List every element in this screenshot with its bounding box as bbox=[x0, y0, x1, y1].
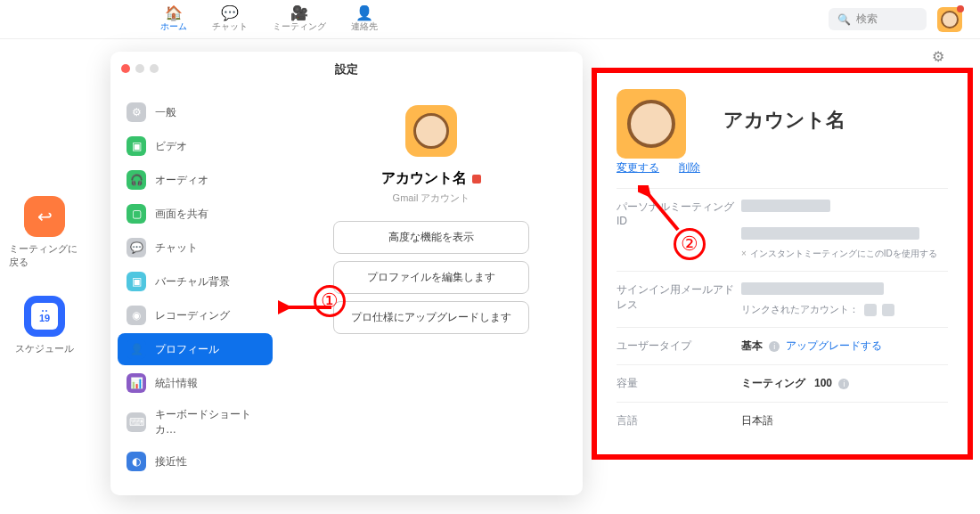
row-pmi: パーソナルミーティングID ×インスタントミーティングにこのIDを使用する bbox=[617, 188, 948, 271]
search-input[interactable]: 🔍 検索 bbox=[829, 8, 927, 30]
row-capacity: 容量 ミーティング 100 i bbox=[617, 364, 948, 402]
snav-share[interactable]: ▢画面を共有 bbox=[118, 198, 273, 230]
calendar-icon: 19 bbox=[24, 296, 65, 337]
back-arrow-icon: ↩ bbox=[24, 196, 65, 237]
delete-avatar-link[interactable]: 削除 bbox=[679, 160, 700, 175]
edit-profile-button[interactable]: プロファイルを編集します bbox=[333, 261, 529, 294]
tab-chat[interactable]: 💬 チャット bbox=[212, 6, 248, 33]
annotation-number-2: ② bbox=[674, 228, 706, 260]
profile-avatar-large[interactable] bbox=[617, 89, 686, 159]
share-screen-icon: ▢ bbox=[127, 204, 146, 224]
rail-schedule[interactable]: 19 スケジュール bbox=[15, 296, 74, 355]
rail-back[interactable]: ↩ ミーティングに戻る bbox=[9, 196, 80, 269]
tab-label: ホーム bbox=[160, 20, 187, 33]
keyboard-icon: ⌨ bbox=[127, 412, 146, 432]
profile-title: アカウント名 bbox=[723, 107, 845, 134]
row-usertype: ユーザータイプ 基本 i アップグレードする bbox=[617, 327, 948, 364]
snav-audio[interactable]: 🎧オーディオ bbox=[118, 164, 273, 196]
masked-value bbox=[741, 200, 830, 212]
upgrade-button[interactable]: プロ仕様にアップグレードします bbox=[333, 301, 529, 334]
modal-title: 設定 bbox=[335, 61, 358, 78]
snav-recording[interactable]: ◉レコーディング bbox=[118, 299, 273, 331]
tab-home[interactable]: 🏠 ホーム bbox=[160, 6, 187, 33]
snav-chat[interactable]: 💬チャット bbox=[118, 232, 273, 264]
window-controls[interactable] bbox=[121, 64, 159, 73]
video-icon: 🎥 bbox=[290, 6, 308, 20]
header-tabs: 🏠 ホーム 💬 チャット 🎥 ミーティング 👤 連絡先 bbox=[160, 6, 378, 33]
app-header: 🏠 ホーム 💬 チャット 🎥 ミーティング 👤 連絡先 🔍 検索 bbox=[0, 0, 980, 39]
search-placeholder: 検索 bbox=[856, 12, 878, 27]
tab-label: ミーティング bbox=[273, 20, 326, 33]
advanced-button[interactable]: 高度な機能を表示 bbox=[333, 221, 529, 254]
left-rail: ↩ ミーティングに戻る 19 スケジュール bbox=[9, 196, 80, 355]
accessibility-icon: ◐ bbox=[127, 452, 146, 471]
tab-label: 連絡先 bbox=[351, 20, 378, 33]
search-icon: 🔍 bbox=[837, 13, 851, 26]
record-indicator-icon bbox=[472, 175, 481, 184]
background-icon: ▣ bbox=[127, 272, 146, 291]
upgrade-link[interactable]: アップグレードする bbox=[786, 339, 882, 352]
stats-icon: 📊 bbox=[127, 373, 146, 393]
change-avatar-link[interactable]: 変更する bbox=[617, 160, 659, 175]
video-icon: ▣ bbox=[127, 136, 146, 156]
info-icon[interactable]: i bbox=[769, 341, 780, 352]
gear-icon[interactable]: ⚙ bbox=[932, 48, 944, 65]
profile-web-panel: 変更する 削除 アカウント名 パーソナルミーティングID ×インスタントミーティ… bbox=[592, 68, 973, 460]
tab-contacts[interactable]: 👤 連絡先 bbox=[351, 6, 378, 33]
row-signin-email: サインイン用メールアドレス リンクされたアカウント： bbox=[617, 271, 948, 327]
masked-value bbox=[741, 227, 919, 240]
header-avatar[interactable] bbox=[937, 7, 962, 32]
headphones-icon: 🎧 bbox=[127, 170, 146, 190]
snav-profile[interactable]: 👤プロフィール bbox=[118, 333, 273, 365]
google-chip-icon bbox=[864, 304, 877, 316]
settings-modal: 設定 ⚙一般 ▣ビデオ 🎧オーディオ ▢画面を共有 💬チャット ▣バーチャル背景… bbox=[110, 52, 583, 495]
rail-label: ミーティングに戻る bbox=[9, 242, 80, 269]
profile-avatar[interactable] bbox=[405, 105, 457, 157]
person-icon: 👤 bbox=[127, 339, 146, 359]
snav-video[interactable]: ▣ビデオ bbox=[118, 130, 273, 162]
rail-label: スケジュール bbox=[15, 342, 74, 355]
masked-value bbox=[741, 282, 884, 295]
account-subtitle: Gmail アカウント bbox=[393, 192, 470, 205]
snav-shortcuts[interactable]: ⌨キーボードショートカ… bbox=[118, 401, 273, 444]
tab-label: チャット bbox=[212, 20, 248, 33]
linked-chip-icon bbox=[882, 304, 894, 316]
modal-header: 設定 bbox=[110, 52, 583, 87]
close-icon[interactable] bbox=[121, 64, 130, 73]
chat-icon: 💬 bbox=[221, 6, 239, 20]
settings-nav: ⚙一般 ▣ビデオ 🎧オーディオ ▢画面を共有 💬チャット ▣バーチャル背景 ◉レ… bbox=[110, 52, 280, 495]
record-icon: ◉ bbox=[127, 306, 146, 325]
row-language: 言語 日本語 bbox=[617, 402, 948, 439]
contacts-icon: 👤 bbox=[355, 6, 373, 20]
snav-accessibility[interactable]: ◐接近性 bbox=[118, 445, 273, 477]
home-icon: 🏠 bbox=[165, 6, 183, 20]
info-icon[interactable]: i bbox=[838, 379, 849, 389]
account-name: アカウント名 bbox=[381, 169, 481, 188]
annotation-number-1: ① bbox=[314, 285, 346, 317]
tab-meeting[interactable]: 🎥 ミーティング bbox=[273, 6, 326, 33]
chat-icon: 💬 bbox=[127, 238, 146, 257]
notification-dot-icon bbox=[957, 5, 964, 12]
snav-stats[interactable]: 📊統計情報 bbox=[118, 367, 273, 399]
snav-general[interactable]: ⚙一般 bbox=[118, 96, 273, 128]
settings-body: アカウント名 Gmail アカウント 高度な機能を表示 プロファイルを編集します… bbox=[280, 52, 583, 495]
gear-icon: ⚙ bbox=[127, 102, 146, 122]
snav-vbg[interactable]: ▣バーチャル背景 bbox=[118, 265, 273, 298]
